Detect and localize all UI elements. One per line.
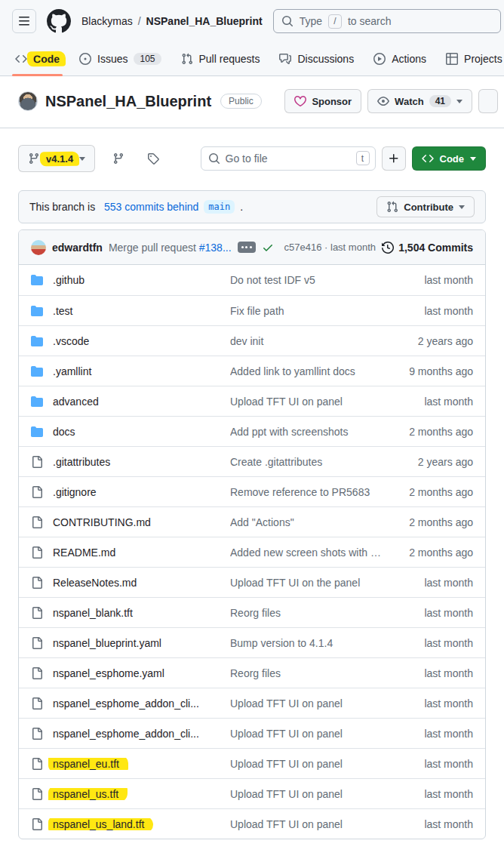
- tab-projects[interactable]: Projects: [438, 42, 504, 75]
- file-name[interactable]: nspanel_eu.tft: [48, 758, 128, 770]
- commit-message-cell[interactable]: Bump version to 4.1.4: [230, 637, 384, 649]
- commit-history-link[interactable]: 1,504 Commits: [382, 242, 473, 254]
- file-row[interactable]: .vscode dev init 2 years ago: [19, 325, 485, 356]
- file-row[interactable]: nspanel_eu.tft Upload TFT UI on panel la…: [19, 748, 485, 778]
- commit-message-cell[interactable]: Remove reference to PR5683: [230, 486, 384, 498]
- watch-button[interactable]: Watch 41: [367, 89, 472, 113]
- commit-message-cell[interactable]: Reorg files: [230, 667, 384, 679]
- file-row[interactable]: README.md Added new screen shots with pa…: [19, 537, 485, 567]
- tab-issues[interactable]: Issues 105: [72, 42, 169, 75]
- file-row[interactable]: .gitignore Remove reference to PR5683 2 …: [19, 476, 485, 506]
- commit-message-cell[interactable]: Upload TFT UI on panel: [230, 818, 384, 830]
- tags-link[interactable]: [140, 146, 166, 171]
- commit-message-cell[interactable]: Upload TFT UI on panel: [230, 728, 384, 740]
- file-name[interactable]: nspanel_us_land.tft: [48, 818, 153, 830]
- repo-title[interactable]: NSPanel_HA_Blueprint: [45, 93, 211, 110]
- commit-ellipsis-button[interactable]: [238, 242, 256, 253]
- commit-sha-date[interactable]: c57e416 · last month: [284, 242, 376, 253]
- commit-message-cell[interactable]: Added link to yamllint docs: [230, 365, 384, 377]
- commit-message-cell[interactable]: dev init: [230, 335, 384, 347]
- commit-message-cell[interactable]: Upload TFT UI on panel: [230, 788, 384, 800]
- branch-selector-button[interactable]: v4.1.4: [18, 145, 95, 172]
- commit-message-cell[interactable]: Fix file path: [230, 305, 384, 317]
- file-row[interactable]: nspanel_esphome_addon_cli... Upload TFT …: [19, 688, 485, 718]
- check-icon[interactable]: [262, 242, 274, 254]
- global-search-input[interactable]: Type / to search: [273, 9, 501, 33]
- tab-code[interactable]: Code: [8, 42, 67, 75]
- commit-message-cell[interactable]: Add "Actions": [230, 516, 384, 528]
- sponsor-button[interactable]: Sponsor: [284, 89, 361, 113]
- file-name[interactable]: CONTRIBUTING.md: [53, 516, 151, 528]
- go-to-file-input[interactable]: [201, 146, 376, 171]
- contribute-button[interactable]: Contribute: [376, 196, 475, 217]
- commit-message-cell[interactable]: Add ppt with screenshots: [230, 426, 384, 438]
- code-download-button[interactable]: Code: [412, 146, 487, 171]
- commit-message-cell[interactable]: Upload TFT UI on the panel: [230, 577, 384, 589]
- file-name[interactable]: nspanel_blueprint.yaml: [53, 637, 161, 649]
- t-key-hint: t: [356, 151, 370, 165]
- file-name[interactable]: advanced: [53, 396, 99, 408]
- repo-header: NSPanel_HA_Blueprint Public Sponsor Watc…: [0, 76, 504, 128]
- commit-message-cell[interactable]: Upload TFT UI on panel: [230, 758, 384, 770]
- commit-author-avatar[interactable]: [31, 240, 46, 255]
- file-row[interactable]: ReleaseNotes.md Upload TFT UI on the pan…: [19, 567, 485, 597]
- add-file-button[interactable]: [382, 146, 406, 171]
- file-row[interactable]: nspanel_esphome_addon_cli... Upload TFT …: [19, 718, 485, 748]
- tab-actions[interactable]: Actions: [366, 42, 434, 75]
- file-row[interactable]: nspanel_us.tft Upload TFT UI on panel la…: [19, 778, 485, 808]
- pr-link[interactable]: #138...: [199, 242, 232, 254]
- file-name[interactable]: nspanel_esphome_addon_cli...: [53, 697, 199, 710]
- folder-icon: [31, 335, 43, 347]
- main-branch-badge[interactable]: main: [204, 200, 235, 214]
- repo-owner-avatar[interactable]: [18, 91, 38, 111]
- commit-message-cell[interactable]: Do not test IDF v5: [230, 274, 384, 286]
- commit-date-cell: 2 years ago: [384, 456, 473, 468]
- commit-message-cell[interactable]: Reorg files: [230, 607, 384, 619]
- file-row[interactable]: .gitattributes Create .gitattributes 2 y…: [19, 446, 485, 476]
- commit-message-cell[interactable]: Added new screen shots with pane...: [230, 546, 384, 559]
- tab-code-label: Code: [27, 51, 66, 67]
- file-name[interactable]: .github: [53, 274, 85, 286]
- file-row[interactable]: .yamllint Added link to yamllint docs 9 …: [19, 356, 485, 386]
- file-icon: [31, 607, 43, 619]
- file-name[interactable]: nspanel_us.tft: [48, 788, 128, 800]
- file-name[interactable]: .test: [53, 305, 72, 317]
- commit-message-cell[interactable]: Upload TFT UI on panel: [230, 697, 384, 710]
- breadcrumb-owner[interactable]: Blackymas: [81, 15, 133, 27]
- file-name[interactable]: .yamllint: [53, 365, 91, 377]
- file-row[interactable]: nspanel_blueprint.yaml Bump version to 4…: [19, 627, 485, 657]
- git-pull-request-icon: [181, 53, 193, 65]
- file-name[interactable]: nspanel_esphome.yaml: [53, 667, 164, 679]
- file-name[interactable]: docs: [53, 426, 75, 438]
- file-list: .github Do not test IDF v5 last month .t…: [19, 265, 485, 839]
- file-row[interactable]: CONTRIBUTING.md Add "Actions" 2 months a…: [19, 506, 485, 537]
- github-logo-icon[interactable]: [47, 9, 71, 33]
- file-name[interactable]: .vscode: [53, 335, 89, 347]
- file-row[interactable]: nspanel_esphome.yaml Reorg files last mo…: [19, 657, 485, 688]
- file-name[interactable]: ReleaseNotes.md: [53, 577, 137, 589]
- file-row[interactable]: advanced Upload TFT UI on panel last mon…: [19, 386, 485, 416]
- file-name[interactable]: .gitignore: [53, 486, 97, 498]
- hamburger-menu-button[interactable]: [12, 9, 36, 33]
- branches-link[interactable]: [106, 146, 131, 171]
- file-row[interactable]: docs Add ppt with screenshots 2 months a…: [19, 416, 485, 446]
- file-row[interactable]: nspanel_blank.tft Reorg files last month: [19, 597, 485, 627]
- commit-message-cell[interactable]: Create .gitattributes: [230, 456, 384, 468]
- commits-behind-link[interactable]: 553 commits behind: [104, 201, 198, 213]
- file-name[interactable]: nspanel_esphome_addon_cli...: [53, 728, 199, 740]
- file-row[interactable]: .github Do not test IDF v5 last month: [19, 265, 485, 295]
- file-name[interactable]: .gitattributes: [53, 456, 110, 468]
- fork-button-clipped[interactable]: [478, 89, 498, 113]
- commit-message[interactable]: Merge pull request #138...: [109, 242, 232, 254]
- file-row[interactable]: nspanel_us_land.tft Upload TFT UI on pan…: [19, 808, 485, 839]
- tab-discussions[interactable]: Discussions: [272, 42, 361, 75]
- search-placeholder-suffix: to search: [348, 15, 392, 27]
- file-name[interactable]: nspanel_blank.tft: [53, 607, 133, 619]
- file-row[interactable]: .test Fix file path last month: [19, 295, 485, 325]
- commit-message-cell[interactable]: Upload TFT UI on panel: [230, 396, 384, 408]
- file-name[interactable]: README.md: [53, 546, 115, 559]
- commit-author[interactable]: edwardtfn: [52, 242, 103, 254]
- comment-discussion-icon: [279, 53, 291, 65]
- breadcrumb-repo[interactable]: NSPanel_HA_Blueprint: [146, 15, 263, 27]
- tab-pull-requests[interactable]: Pull requests: [174, 42, 268, 75]
